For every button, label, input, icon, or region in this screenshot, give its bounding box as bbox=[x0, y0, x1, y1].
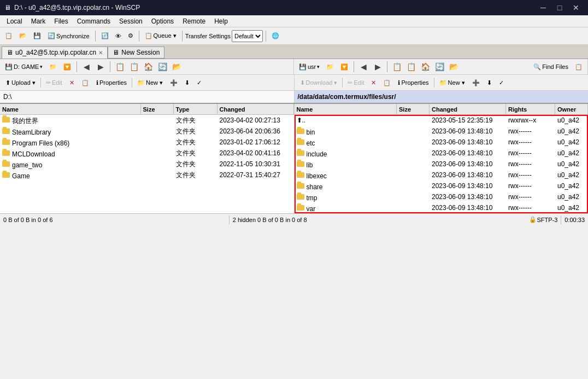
table-row[interactable]: bin 2023-06-09 13:48:10 rwx------ u0_a42 bbox=[295, 126, 589, 137]
table-row[interactable]: tmp 2023-06-09 13:48:10 rwx------ u0_a42 bbox=[295, 191, 589, 202]
right-nav2-button[interactable]: 📋 bbox=[404, 60, 418, 73]
table-row[interactable]: Program Files (x86) 文件夹 2023-01-02 17:06… bbox=[0, 137, 294, 148]
left-drive-button[interactable]: 💾 D: GAME ▾ bbox=[2, 60, 45, 74]
toolbar-new-button[interactable]: 📋 bbox=[2, 29, 15, 43]
right-properties-button[interactable]: ℹ Properties bbox=[395, 77, 432, 89]
left-nav-sep bbox=[77, 61, 77, 72]
menu-help[interactable]: Help bbox=[210, 16, 232, 26]
right-parent-button[interactable]: 📂 bbox=[447, 60, 460, 73]
table-row[interactable]: libexec 2023-06-09 13:48:10 rwx------ u0… bbox=[295, 170, 589, 180]
left-col-changed[interactable]: Changed bbox=[217, 104, 294, 114]
toolbar-globe-button[interactable]: 🌐 bbox=[269, 29, 282, 43]
left-edit-button[interactable]: ✏ Edit bbox=[43, 77, 66, 89]
table-row[interactable]: Game 文件夹 2022-07-31 15:40:27 bbox=[0, 170, 294, 180]
left-new-icon: 📁 bbox=[137, 79, 145, 86]
toolbar-save-button[interactable]: 💾 bbox=[31, 29, 44, 43]
address-bar-row: 💾 D: GAME ▾ 📁 🔽 ◀ ▶ 📋 📋 🏠 🔄 📂 💾 usr ▾ 📁 bbox=[0, 59, 588, 75]
right-filter-btn[interactable]: 🔽 bbox=[338, 60, 351, 74]
left-refresh-button[interactable]: 🔄 bbox=[156, 60, 169, 73]
left-props-icon: ℹ bbox=[96, 79, 98, 86]
tab-close-button[interactable]: ✕ bbox=[98, 50, 103, 56]
file-type: 文件夹 bbox=[174, 160, 217, 169]
menu-options[interactable]: Options bbox=[147, 16, 178, 26]
download-button[interactable]: ⬇ Download ▾ bbox=[297, 77, 341, 89]
table-row[interactable]: var 2023-06-09 13:48:10 rwx------ u0_a42 bbox=[295, 202, 589, 213]
right-extra-button[interactable]: 📋 bbox=[572, 60, 585, 74]
toolbar-view-button[interactable]: 👁 bbox=[113, 29, 124, 43]
menu-session[interactable]: Session bbox=[115, 16, 147, 26]
right-nav1-button[interactable]: 📋 bbox=[390, 60, 403, 73]
left-nav2-button[interactable]: 📋 bbox=[127, 60, 140, 73]
menu-files[interactable]: Files bbox=[50, 16, 72, 26]
right-act-btn4[interactable]: ➕ bbox=[469, 77, 483, 89]
table-row[interactable]: 我的世界 文件夹 2023-04-02 00:27:13 bbox=[0, 115, 294, 126]
session-tab-active[interactable]: 🖥 u0_a42@5.tcp.vip.cpolar.cn ✕ bbox=[2, 46, 108, 59]
right-drive-button[interactable]: 💾 usr ▾ bbox=[296, 60, 322, 74]
right-home-button[interactable]: 🏠 bbox=[419, 60, 432, 73]
table-row[interactable]: include 2023-06-09 13:48:10 rwx------ u0… bbox=[295, 148, 589, 159]
file-name: Game bbox=[0, 171, 141, 180]
menu-local[interactable]: Local bbox=[2, 16, 27, 26]
left-delete-button[interactable]: ✕ bbox=[66, 77, 78, 89]
left-act-btn4[interactable]: ➕ bbox=[167, 77, 181, 89]
menu-mark[interactable]: Mark bbox=[27, 16, 50, 26]
left-back-button[interactable]: ◀ bbox=[80, 60, 93, 73]
table-row[interactable]: share 2023-06-09 13:48:10 rwx------ u0_a… bbox=[295, 180, 589, 191]
right-act-btn6[interactable]: ✓ bbox=[496, 77, 507, 89]
left-forward-button[interactable]: ▶ bbox=[94, 60, 107, 73]
menu-remote[interactable]: Remote bbox=[178, 16, 210, 26]
right-col-changed[interactable]: Changed bbox=[430, 104, 506, 114]
right-folder-icon-btn[interactable]: 📁 bbox=[324, 60, 337, 74]
toolbar-queue-button[interactable]: 📋 Queue ▾ bbox=[142, 29, 179, 43]
right-col-rights[interactable]: Rights bbox=[506, 104, 555, 114]
right-edit-button[interactable]: ✏ Edit bbox=[344, 77, 367, 89]
left-copy-button[interactable]: 📋 bbox=[78, 77, 92, 89]
file-rights: rwx------ bbox=[506, 138, 555, 146]
right-col-owner[interactable]: Owner bbox=[555, 104, 588, 114]
transfer-settings-select[interactable]: Default bbox=[232, 30, 263, 42]
right-delete-button[interactable]: ✕ bbox=[368, 77, 379, 89]
maximize-button[interactable]: □ bbox=[552, 0, 567, 15]
toolbar-open-button[interactable]: 📂 bbox=[16, 29, 30, 43]
upload-button[interactable]: ⬆ Upload ▾ bbox=[2, 77, 39, 89]
left-col-size[interactable]: Size bbox=[141, 104, 174, 114]
file-name: bin bbox=[295, 127, 397, 136]
minimize-button[interactable]: ─ bbox=[536, 0, 551, 15]
left-nav1-button[interactable]: 📋 bbox=[113, 60, 126, 73]
right-forward-button[interactable]: ▶ bbox=[371, 60, 384, 73]
left-col-type[interactable]: Type bbox=[174, 104, 217, 114]
toolbar-prefs-button[interactable]: ⚙ bbox=[125, 29, 136, 43]
right-drive-icon: 💾 bbox=[299, 63, 307, 71]
right-col-name[interactable]: Name bbox=[295, 104, 397, 114]
right-copy-button[interactable]: 📋 bbox=[380, 77, 394, 89]
table-row[interactable]: lib 2023-06-09 13:48:10 rwx------ u0_a42 bbox=[295, 159, 589, 170]
left-filter-btn[interactable]: 🔽 bbox=[61, 60, 74, 74]
right-col-size[interactable]: Size bbox=[397, 104, 430, 114]
left-act-btn5[interactable]: ⬇ bbox=[181, 77, 193, 89]
table-row[interactable]: ⬆.. 2023-05-15 22:35:19 rwxrwx--x u0_a42 bbox=[295, 115, 589, 126]
table-row[interactable]: MCLDownload 文件夹 2023-04-02 00:41:16 bbox=[0, 148, 294, 159]
file-rights: rwx------ bbox=[506, 171, 555, 179]
toolbar-synchronize-button[interactable]: 🔄 Synchronize bbox=[45, 29, 92, 43]
new-session-tab[interactable]: 🖥 New Session bbox=[108, 46, 164, 59]
left-new-button[interactable]: 📁 New ▾ bbox=[134, 77, 166, 89]
left-properties-button[interactable]: ℹ Properties bbox=[93, 77, 130, 89]
find-files-button[interactable]: 🔍 Find Files bbox=[531, 60, 571, 74]
right-new-button[interactable]: 📁 New ▾ bbox=[436, 77, 468, 89]
right-act-btn5[interactable]: ⬇ bbox=[484, 77, 495, 89]
table-row[interactable]: game_two 文件夹 2022-11-05 10:30:31 bbox=[0, 159, 294, 170]
left-col-name[interactable]: Name bbox=[0, 104, 141, 114]
left-act-btn6[interactable]: ✓ bbox=[193, 77, 205, 89]
right-back-button[interactable]: ◀ bbox=[357, 60, 370, 73]
close-button[interactable]: ✕ bbox=[568, 0, 584, 15]
left-address-bar: 💾 D: GAME ▾ 📁 🔽 ◀ ▶ 📋 📋 🏠 🔄 📂 bbox=[0, 59, 294, 74]
left-folder-icon-btn[interactable]: 📁 bbox=[46, 60, 60, 74]
table-row[interactable]: etc 2023-06-09 13:48:10 rwx------ u0_a42 bbox=[295, 137, 589, 148]
menu-commands[interactable]: Commands bbox=[73, 16, 115, 26]
left-home-button[interactable]: 🏠 bbox=[142, 60, 155, 73]
right-refresh-button[interactable]: 🔄 bbox=[433, 60, 446, 73]
left-parent-button[interactable]: 📂 bbox=[170, 60, 183, 73]
file-rights: rwx------ bbox=[506, 127, 555, 135]
table-row[interactable]: SteamLibrary 文件夹 2023-06-04 20:06:36 bbox=[0, 126, 294, 137]
toolbar-refresh-button[interactable]: 🔃 bbox=[98, 29, 111, 43]
